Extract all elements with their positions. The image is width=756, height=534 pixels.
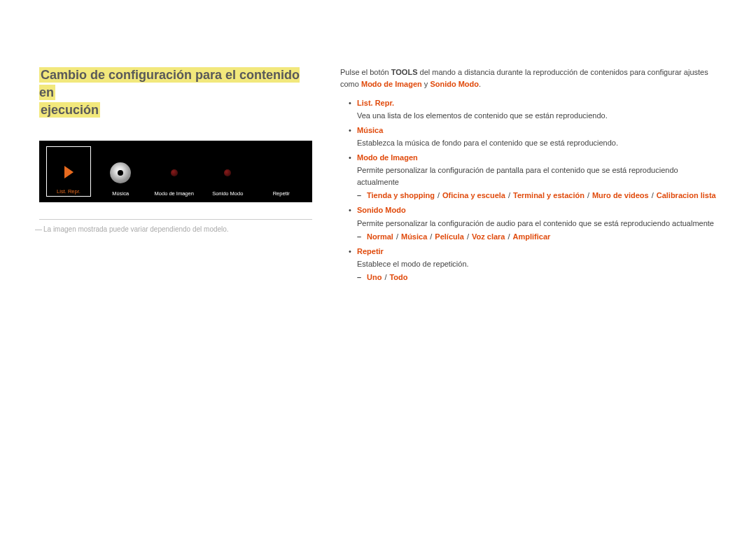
item-title: Modo de Imagen [357, 152, 717, 164]
list-item: Música Establezca la música de fondo par… [349, 125, 717, 149]
tool-label: Sonido Modo [212, 190, 243, 197]
divider [39, 219, 312, 220]
tool-item-musica[interactable]: Música [97, 146, 145, 197]
tool-label: Modo de Imagen [155, 190, 194, 197]
item-title: Sonido Modo [357, 204, 717, 216]
list-item: List. Repr. Vea una lista de los element… [349, 97, 717, 122]
tool-label: List. Repr. [57, 188, 80, 195]
item-desc: Vea una lista de los elementos de conten… [357, 110, 717, 122]
item-desc: Permite personalizar la configuración de… [357, 164, 717, 188]
item-title: List. Repr. [357, 97, 717, 109]
tool-label: Repetir [273, 190, 290, 197]
mode-icon [165, 164, 183, 182]
play-icon [64, 166, 74, 178]
item-title: Música [357, 125, 717, 136]
list-item: Sonido Modo Permite personalizar la conf… [349, 204, 717, 242]
item-title: Repetir [357, 246, 717, 258]
tool-label: Música [112, 190, 129, 197]
tool-item-sonido-modo[interactable]: Sonido Modo [204, 146, 252, 197]
cd-icon [110, 162, 131, 183]
sub-options: Uno/ Todo [357, 272, 717, 283]
tool-item-modo-imagen[interactable]: Modo de Imagen [150, 146, 199, 197]
list-item: Modo de Imagen Permite personalizar la c… [349, 152, 717, 202]
list-item: Repetir Establece el modo de repetición.… [349, 246, 717, 283]
settings-list: List. Repr. Vea una lista de los element… [340, 97, 717, 283]
tool-item-list-repr[interactable]: List. Repr. [46, 146, 91, 197]
image-footnote: La imagen mostrada puede variar dependie… [39, 225, 312, 233]
item-desc: Establece el modo de repetición. [357, 258, 717, 270]
tool-item-repetir[interactable]: Repetir [258, 146, 306, 197]
item-desc: Permite personalizar la configuración de… [357, 218, 717, 230]
sub-options: Tienda y shopping/ Oficina y escuela/ Te… [357, 190, 717, 202]
sub-options: Normal/ Música/ Película/ Voz clara/ Amp… [357, 231, 717, 243]
item-desc: Establezca la música de fondo para el co… [357, 137, 717, 149]
section-heading: Cambio de configuración para el contenid… [39, 66, 312, 120]
playback-toolbar: List. Repr. Música Modo de Imagen Sonido… [39, 141, 312, 202]
mode-icon [218, 164, 237, 182]
intro-paragraph: Pulse el botón TOOLS del mando a distanc… [340, 66, 717, 90]
